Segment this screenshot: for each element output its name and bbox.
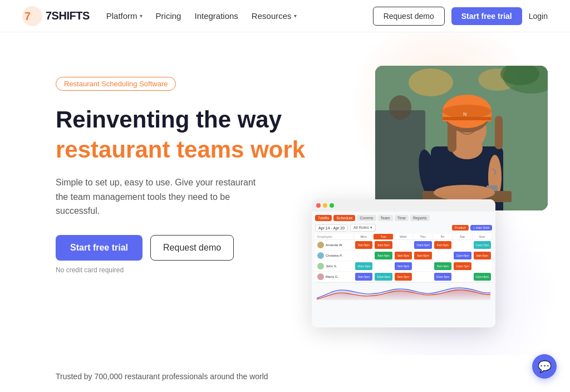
shift-block[interactable]: 9am-5pm: [395, 273, 412, 281]
employee-avatar: [317, 273, 324, 280]
employee-name: Maria G.: [326, 275, 338, 278]
shift-cell: 8am-4pm: [433, 262, 453, 271]
shift-cell: 12pm-8pm: [453, 251, 472, 260]
nav-resources[interactable]: Resources ▾: [252, 11, 297, 21]
shift-block[interactable]: 11am-7pm: [474, 241, 491, 249]
employee-name: Christina P.: [326, 254, 342, 257]
shift-cell: 11am-7pm: [453, 262, 472, 271]
day-mon: Mon: [354, 234, 374, 239]
start-trial-nav-button[interactable]: Start free trial: [451, 7, 522, 25]
shift-block[interactable]: 9am-5pm: [414, 252, 431, 259]
shift-cell: 9am-5pm: [394, 262, 413, 271]
shift-block[interactable]: 9am-5pm: [355, 273, 372, 281]
shift-block[interactable]: 12pm-8pm: [474, 273, 491, 281]
request-demo-nav-button[interactable]: Request demo: [373, 7, 445, 26]
shift-cell: 12pm-8pm: [473, 272, 492, 281]
day-wed: Wed: [394, 234, 413, 239]
app-screenshot: 7shifts Schedule Comms Team Time Reports…: [312, 199, 495, 327]
app-titlebar: [312, 199, 495, 212]
shift-block[interactable]: 9am-5pm: [434, 241, 451, 249]
employee-avatar: [317, 263, 324, 270]
svg-text:7: 7: [24, 10, 31, 22]
chart-area: [315, 282, 492, 302]
shift-block[interactable]: 11am-7pm: [454, 262, 471, 270]
schedule-header: Employee Mon Tue Wed Thu Fri Sat Sun: [315, 234, 492, 240]
trusted-text: Trusted by 700,000 restaurant profession…: [56, 372, 514, 381]
action-buttons: Publish + Add Shift: [452, 225, 492, 231]
hero-description: Simple to set up, easy to use. Give your…: [56, 175, 256, 218]
shift-block[interactable]: 10am-6pm: [434, 273, 451, 281]
hero-title: Reinventing the way restaurant teams wor…: [56, 106, 323, 163]
schedule-row-4: Maria G. 9am-5pm 10am-6pm 9am-5pm 10am-6…: [315, 272, 492, 282]
login-button[interactable]: Login: [529, 12, 548, 21]
shift-block[interactable]: 9am-5pm: [355, 241, 372, 249]
labor-chart-svg: [317, 285, 490, 300]
app-content: 7shifts Schedule Comms Team Time Reports…: [312, 212, 495, 327]
date-range-picker[interactable]: Apr 14 - Apr 20: [315, 224, 348, 232]
shift-cell: 10am-6pm: [413, 241, 433, 249]
svg-point-3: [409, 68, 453, 96]
shift-block[interactable]: 8am-4pm: [375, 252, 392, 259]
shift-block[interactable]: 10am-6pm: [355, 262, 372, 270]
shift-block[interactable]: 9am-5pm: [395, 262, 412, 270]
shift-cell: 8am-4pm: [374, 251, 393, 260]
hero-title-line1: Reinventing the way: [56, 106, 323, 133]
hero-buttons: Start free trial Request demo: [56, 235, 323, 261]
no-credit-text: No credit card required: [56, 266, 323, 274]
trusted-section: Trusted by 700,000 restaurant profession…: [0, 355, 570, 392]
shift-block[interactable]: 10am-6pm: [414, 241, 431, 249]
schedule-row-1: Amanda W. 9am-5pm 9am-5pm 10am-6pm 9am-5…: [315, 240, 492, 251]
shift-block[interactable]: 10am-6pm: [375, 273, 392, 281]
shift-block[interactable]: 12pm-8pm: [454, 252, 471, 259]
nav-pricing[interactable]: Pricing: [156, 11, 181, 21]
employee-4: Maria G.: [315, 272, 354, 282]
svg-rect-5: [375, 110, 425, 210]
shift-block[interactable]: 9am-5pm: [474, 252, 491, 259]
svg-point-24: [434, 185, 495, 200]
day-fri: Fri: [433, 234, 453, 239]
shift-block[interactable]: 9am-5pm: [375, 241, 392, 249]
logo-icon: 7: [22, 6, 42, 26]
role-filter[interactable]: All Roles ▾: [350, 224, 376, 232]
day-tue: Tue: [374, 234, 393, 239]
logo[interactable]: 7 7SHIFTS: [22, 6, 90, 26]
add-shift-button[interactable]: + Add Shift: [470, 225, 492, 231]
nav-platform[interactable]: Platform ▾: [106, 11, 142, 21]
chevron-down-icon: ▾: [140, 13, 142, 19]
day-thu: Thu: [413, 234, 433, 239]
employee-2: Christina P.: [315, 251, 354, 261]
publish-button[interactable]: Publish: [452, 225, 469, 231]
start-trial-hero-button[interactable]: Start free trial: [56, 235, 142, 261]
window-maximize-dot: [330, 203, 334, 208]
hero-title-line2: restaurant teams work: [56, 136, 323, 163]
chat-icon: 💬: [538, 360, 552, 373]
shift-cell: 10am-6pm: [354, 262, 374, 271]
shift-cell: 10am-6pm: [433, 272, 453, 281]
hero-photo-inner: N: [375, 66, 548, 210]
shift-cell: 9am-5pm: [433, 241, 453, 249]
restaurant-scene-svg: N: [375, 66, 548, 210]
employee-1: Amanda W.: [315, 240, 354, 250]
shift-block[interactable]: 8am-4pm: [434, 262, 451, 270]
employee-3: John S.: [315, 261, 354, 271]
svg-point-6: [389, 95, 411, 120]
chat-widget[interactable]: 💬: [532, 354, 557, 379]
app-nav-comms: Comms: [357, 215, 376, 221]
svg-rect-17: [495, 116, 503, 149]
shift-cell: 9am-5pm: [473, 251, 492, 260]
employee-avatar: [317, 252, 324, 259]
chevron-down-icon: ▾: [294, 13, 297, 19]
shift-block[interactable]: 9am-5pm: [395, 252, 412, 259]
hero-content: Restaurant Scheduling Software Reinventi…: [56, 66, 323, 333]
hero-badge: Restaurant Scheduling Software: [56, 77, 176, 91]
employee-header: Employee: [315, 234, 354, 239]
labor-chart: [317, 285, 490, 300]
employee-avatar: [317, 242, 324, 248]
hero-section: Restaurant Scheduling Software Reinventi…: [0, 32, 570, 355]
shift-cell: 11am-7pm: [473, 241, 492, 249]
schedule-grid: Employee Mon Tue Wed Thu Fri Sat Sun Ama…: [315, 234, 492, 282]
shift-cell: 9am-5pm: [354, 272, 374, 281]
svg-point-20: [443, 105, 492, 118]
request-demo-hero-button[interactable]: Request demo: [150, 235, 234, 261]
nav-integrations[interactable]: Integrations: [194, 11, 238, 21]
